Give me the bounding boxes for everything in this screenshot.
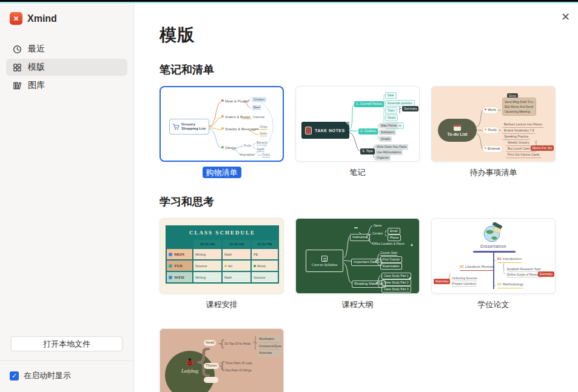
subtopic: First Tutorial xyxy=(380,256,402,263)
subtopic: Apple xyxy=(257,147,264,152)
schedule-cell: Math xyxy=(222,271,251,283)
schedule-table: CLASS SCHEDULE 08:30 AM 10:00 AM 02:00 P… xyxy=(166,225,279,284)
globe-icon xyxy=(480,222,505,243)
grocery-card-preview[interactable]: GroceryShopping List Meat & Poultry Chic… xyxy=(160,86,284,162)
branch-label: 3. Tips xyxy=(360,148,375,154)
subtopic: Collecting Sources xyxy=(452,276,477,281)
subtopic: Subtopics xyxy=(379,130,396,135)
xmind-logo-icon xyxy=(10,12,22,25)
subtopic: Speaking Practice xyxy=(502,134,530,140)
sidebar-item-recent[interactable]: 最近 xyxy=(6,41,127,58)
subtopic: Chips xyxy=(260,125,267,130)
day-dot-icon xyxy=(169,276,172,279)
corner-fold xyxy=(345,122,349,126)
table-title: CLASS SCHEDULE xyxy=(166,226,278,239)
notes-card-preview[interactable]: TAKE NOTES 1. Cornell Notes Date Essenti… xyxy=(295,86,420,162)
syllabus-card-preview[interactable]: Course Syllabus Instructor Name Contact … xyxy=(295,218,420,294)
node-label: To-do List xyxy=(447,132,467,136)
day-cell: TUE xyxy=(166,260,193,271)
subtopic: Use Abbreviations xyxy=(375,150,403,155)
subtopic: Errand Vocabulary 7.8 xyxy=(502,128,536,134)
dissertation-title: Dissertation xyxy=(432,244,555,248)
subtopic: Define Scope of Research xyxy=(507,273,542,277)
cards-row-3: Ladybug { Head { On Top Of Its Head Mout… xyxy=(160,328,578,392)
branch-label: 01Introduction xyxy=(497,257,522,263)
subtopic: Fruits xyxy=(244,144,252,147)
close-icon[interactable]: ✕ xyxy=(561,12,570,22)
sidebar-spacer xyxy=(0,95,133,336)
subtopic: Course Start xyxy=(380,251,397,256)
library-icon xyxy=(13,81,22,90)
page-title: 模版 xyxy=(160,24,578,47)
cards-row-1: GroceryShopping List Meat & Poultry Chic… xyxy=(160,86,578,180)
todo-center-node: To-do List xyxy=(438,119,477,142)
branch-label: Snacks & Beverages xyxy=(221,127,259,132)
schedule-cell: Art xyxy=(222,260,251,271)
open-local-file-button[interactable]: 打开本地文件 xyxy=(11,336,123,351)
grid-icon xyxy=(13,63,22,72)
trunk-bar xyxy=(473,251,516,253)
day-cell: WED xyxy=(166,271,193,283)
schedule-cell: Science xyxy=(251,271,278,283)
sidebar-footer: ✓ 在启动时显示 xyxy=(0,360,133,392)
ladybug-card-preview[interactable]: Ladybug { Head { On Top Of Its Head Mout… xyxy=(160,328,284,392)
subtopic: Vegetables xyxy=(240,153,255,156)
subtopic: On Top Of Its Head xyxy=(224,342,250,345)
schedule-cell: Music xyxy=(251,260,278,271)
schedule-cell: Writing xyxy=(193,271,222,283)
memo-tag: Memo For Jim xyxy=(531,145,554,151)
subtopic: Office Location & Hours xyxy=(372,242,405,245)
subtopic: Chicken xyxy=(252,97,266,102)
sidebar-item-templates[interactable]: 模版 xyxy=(6,59,127,76)
star-icon: ✦ xyxy=(410,243,414,248)
subtopic: Weekly Grocery xyxy=(506,140,531,146)
day-cell: MON xyxy=(166,248,193,260)
cart-icon xyxy=(172,124,180,130)
summary-pill: Summary xyxy=(434,279,450,284)
sidebar: Xmind 最近 模版 xyxy=(0,3,134,392)
branch-label: 02Methodology xyxy=(497,282,523,288)
subtopic: Case Study Part 1 xyxy=(381,273,411,279)
subtopic: Write Down Key Facts xyxy=(375,144,408,150)
subtopic: Prepare Literature xyxy=(452,282,476,287)
dissertation-card-preview[interactable]: Dissertation 01Introduction Establish Re… xyxy=(431,218,556,294)
xmind-start-window: Xmind 最近 模版 xyxy=(0,3,578,392)
section-heading-notes-lists: 笔记和清单 xyxy=(160,62,578,77)
schedule-cell: Writing xyxy=(193,248,222,260)
subtopic: Establish Research Topic xyxy=(507,267,541,272)
card-label: 笔记 xyxy=(295,167,420,180)
subtopic: Email xyxy=(388,228,400,234)
branch-label: Thorax xyxy=(204,363,219,369)
schedule-cell: Science xyxy=(193,260,222,271)
subtopic: Contact xyxy=(372,231,383,235)
branch-label: Head xyxy=(204,340,216,346)
subtopic: Examination xyxy=(380,263,402,270)
node-label: GroceryShopping List xyxy=(181,122,206,131)
syllabus-center-node: Course Syllabus xyxy=(306,250,343,272)
schedule-card-preview[interactable]: CLASS SCHEDULE 08:30 AM 10:00 AM 02:00 P… xyxy=(160,218,284,294)
subtopic: Print Out Volume Cards xyxy=(506,152,542,158)
branch-label: Work xyxy=(483,107,498,113)
sidebar-item-gallery[interactable]: 图库 xyxy=(6,77,127,94)
template-card-todo: To-do List Work Done Send Mktg Draft To … xyxy=(431,86,556,180)
subtopic: Date xyxy=(385,92,397,99)
branch-label: Reading Materials xyxy=(352,281,386,288)
todo-card-preview[interactable]: To-do List Work Done Send Mktg Draft To … xyxy=(431,86,556,162)
head-subtopics: Mouthparts Compound Eyes Antennae xyxy=(257,335,281,357)
trunk-line xyxy=(493,253,494,289)
branch-label: Instructor xyxy=(350,234,370,241)
branch-label: 2. Outline xyxy=(358,128,378,135)
startup-checkbox[interactable]: ✓ xyxy=(10,371,19,380)
calendar-icon xyxy=(454,125,461,131)
subtopic: Details xyxy=(379,136,392,142)
subtopic: Banana xyxy=(257,141,267,145)
template-card-grocery: GroceryShopping List Meat & Poultry Chic… xyxy=(160,86,284,180)
app-title: Xmind xyxy=(27,13,57,24)
subtopic: Oatmeal xyxy=(253,115,264,119)
sidebar-item-label: 图库 xyxy=(28,80,45,91)
template-card-notes: TAKE NOTES 1. Cornell Notes Date Essenti… xyxy=(295,86,420,180)
subtopic: Berkson Lecture Into History xyxy=(502,122,544,128)
subject-dot-icon xyxy=(224,265,227,267)
subtopic: Beef xyxy=(252,105,261,110)
subtopic: Name xyxy=(374,224,381,227)
